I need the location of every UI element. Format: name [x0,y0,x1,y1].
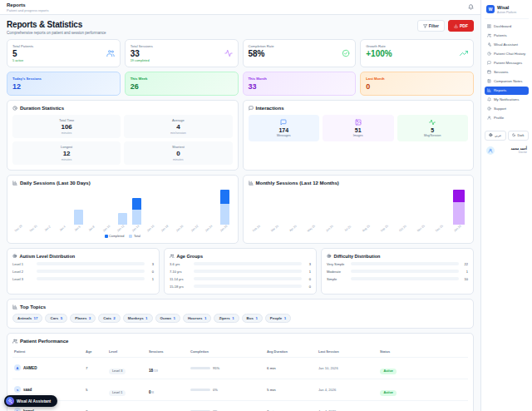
sidebar-item-my-notifications[interactable]: My Notifications [485,96,529,104]
bar-chart-icon [12,181,17,186]
distribution-row: Level 3 1 [12,277,154,281]
user-icon [488,148,493,153]
topic-name: Cats [103,316,111,320]
sidebar-item-label: Companion Notes [494,79,522,83]
interaction-value: 174 [252,127,317,133]
distribution-bar-track [194,285,302,289]
filter-button[interactable]: Filter [417,20,445,32]
notifications-bell-icon[interactable] [467,4,474,11]
patient-avatar: s [14,386,21,393]
sidebar-item-dashboard[interactable]: Dashboard [485,22,529,31]
status-badge: Active [380,390,397,396]
sidebar-item-wisal-assistant[interactable]: Wisal Assistant [485,41,529,49]
sidebar-item-label: Reports [494,88,506,92]
distribution-row: Moderate 1 [327,270,468,274]
duration-stat: Average 4 min/session [124,115,232,138]
last-session-cell: Jan 10, 2026 [318,366,380,370]
table-row[interactable]: s saad 5 Level 1 0/8 0% 5 min Jan 4, 202… [12,379,468,400]
user-name: أحمد محمد [510,146,527,151]
topic-name: People [270,316,282,320]
topic-name: Planes [75,316,86,320]
pdf-export-button[interactable]: PDF [448,20,474,32]
sidebar-item-patient-chat-history[interactable]: Patient Chat History [485,50,529,58]
period-label: This Week [131,77,233,81]
top-bar: Reports Patient and progress reports [0,0,480,15]
distribution-row-value: 0 [304,285,311,289]
sidebar-item-patients[interactable]: Patients [485,32,529,40]
distribution-bar-track [37,277,145,281]
topic-pill: People 1 [265,314,291,323]
column-header: Avg Duration [267,349,318,354]
filter-button-label: Filter [429,23,439,28]
period-card: This Month 33 [243,72,357,96]
patient-name: saad [23,388,32,392]
duration-stat: Total Time 106 minutes [12,115,121,138]
charts-row: Daily Sessions (Last 30 Days) Dec 29Dec … [7,175,474,244]
interaction-label: Messages [252,134,317,137]
topic-count: 3 [89,316,91,320]
chart-bar [220,190,229,225]
patient-cell: A AHMED [14,364,86,371]
sidebar-item-label: Support [494,106,506,111]
distribution-row: Level 1 3 [12,262,154,266]
pdf-button-label: PDF [460,23,468,28]
ai-assistant-floating-button[interactable]: Wisal AI Assistant [4,395,57,407]
top-bar-titles: Reports Patient and progress reports [7,2,48,12]
dark-mode-toggle-button[interactable]: Dark [508,131,530,141]
topic-pill: Cats 2 [98,314,120,323]
bar-chart-icon [249,181,254,186]
sidebar-item-patient-messages[interactable]: Patient Messages [485,59,529,67]
sidebar-item-companion-notes[interactable]: Companion Notes [485,77,529,86]
user-icon [487,116,491,120]
language-toggle-button[interactable]: عربي [485,131,506,141]
sidebar-item-profile[interactable]: Profile [485,114,529,122]
last-session-cell: Jan 4, 2026 [318,388,380,392]
distribution-row-label: 15-18 yrs [170,285,191,289]
duration-value: 0 [127,150,229,157]
sessions-total: /19 [153,369,158,373]
app-window: Reports Patient and progress reports Rep… [0,0,532,411]
chart-plot-area [12,190,233,225]
distribution-header: Difficulty Distribution [327,254,468,259]
duration-interactions-row: Duration Statistics Total Time 106 minut… [7,100,474,171]
table-row[interactable]: A AHMED 7 Level 3 18/19 95% 6 min Jan 10… [12,357,468,379]
main-column: Reports Patient and progress reports Rep… [0,0,480,411]
interaction-stat: 5 Msg/Session [397,115,469,141]
distribution-title: Autism Level Distribution [20,254,76,259]
stat-value: +100% [366,49,468,58]
distribution-row: 3-6 yrs 3 [170,262,311,266]
sidebar-item-sessions[interactable]: Sessions [485,68,529,77]
stat-card: Total Sessions 33 19 completed [125,39,239,68]
topic-count: 1 [255,316,257,320]
daily-chart-title: Daily Sessions (Last 30 Days) [20,181,91,186]
sidebar-item-reports[interactable]: Reports [485,87,529,95]
period-value: 33 [249,82,351,91]
sidebar-item-support[interactable]: Support [485,105,529,113]
topic-pill: Hourses 1 [183,314,212,323]
distribution-row-label: Level 1 [12,262,34,266]
patient-performance-header: Patient Performance [12,339,468,344]
sparkles-icon [7,399,12,404]
period-card: Today's Sessions 12 [7,72,121,96]
distribution-card: Age Groups 3-6 yrs 3 7-10 yrs 1 11-14 yr… [164,248,317,295]
distribution-row-value: 22 [461,262,468,266]
distribution-row-value: 3 [147,262,154,266]
distribution-row-value: 1 [304,270,311,274]
target-icon [327,254,332,259]
topic-pill: Bus 1 [242,314,263,323]
distribution-bar-track [194,262,302,266]
duration-label: Shortest [127,145,229,149]
period-card: Last Month 0 [360,72,474,96]
page-actions: Filter PDF [417,20,474,32]
user-profile-chip[interactable]: أحمد محمد Doctor [485,145,529,156]
chart-bar [132,198,141,225]
daily-sessions-chart-card: Daily Sessions (Last 30 Days) Dec 29Dec … [7,175,239,244]
users-icon [487,33,491,37]
daily-sessions-chart: Dec 29Dec 31Jan 2Jan 4Jan 6Jan 8Jan 10Ja… [12,190,233,238]
period-value: 0 [366,82,468,91]
brand: W Wisal Autism Platform [485,4,529,19]
sessions-cell: 0/8 [149,382,190,397]
message-icon [487,61,491,65]
table-row[interactable]: k kamal 3 Level 1 0/3 0% 2 min Jan 4, 20… [12,400,468,411]
patient-cell: s saad [14,386,86,393]
